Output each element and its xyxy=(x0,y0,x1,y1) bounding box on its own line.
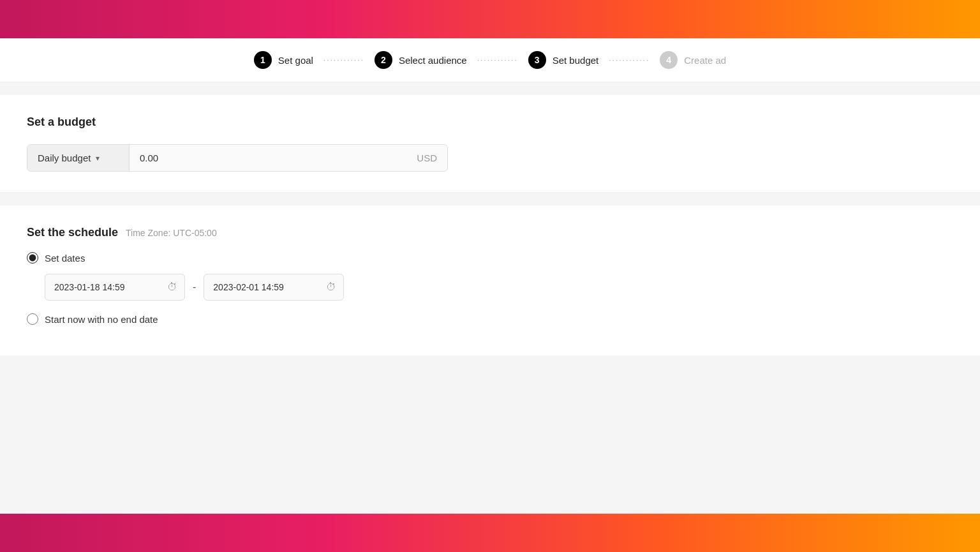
step-2[interactable]: 2 Select audience xyxy=(375,51,467,69)
set-dates-label: Set dates xyxy=(45,253,85,264)
set-dates-radio[interactable] xyxy=(27,252,38,264)
step-dots-3: ············ xyxy=(609,56,650,64)
budget-section: Set a budget Daily budget ▾ USD xyxy=(0,95,980,193)
step-2-circle: 2 xyxy=(375,51,392,69)
schedule-section-title: Set the schedule xyxy=(27,226,118,239)
step-3-label: Set budget xyxy=(553,55,599,66)
set-dates-option[interactable]: Set dates xyxy=(27,252,953,264)
chevron-down-icon: ▾ xyxy=(96,154,100,163)
step-4[interactable]: 4 Create ad xyxy=(660,51,726,69)
start-now-radio[interactable] xyxy=(27,313,38,325)
step-4-circle: 4 xyxy=(660,51,678,69)
budget-row: Daily budget ▾ USD xyxy=(27,144,448,172)
bottom-banner xyxy=(0,514,980,552)
step-1-circle: 1 xyxy=(254,51,272,69)
start-date-input[interactable] xyxy=(45,274,185,301)
start-now-label: Start now with no end date xyxy=(45,314,158,325)
budget-type-label: Daily budget xyxy=(38,153,91,163)
step-3-circle: 3 xyxy=(528,51,546,69)
start-date-wrapper: ⏱ xyxy=(45,274,185,301)
gap-2 xyxy=(0,193,980,205)
start-now-option[interactable]: Start now with no end date xyxy=(27,313,953,325)
stepper-bar: 1 Set goal ············ 2 Select audienc… xyxy=(0,38,980,82)
bottom-gap xyxy=(0,355,980,394)
step-dots-1: ············ xyxy=(323,56,364,64)
step-4-label: Create ad xyxy=(684,55,726,66)
step-dots-2: ············ xyxy=(477,56,518,64)
step-1[interactable]: 1 Set goal xyxy=(254,51,313,69)
step-3[interactable]: 3 Set budget xyxy=(528,51,599,69)
budget-type-selector[interactable]: Daily budget ▾ xyxy=(27,145,130,171)
step-1-label: Set goal xyxy=(278,55,313,66)
step-2-label: Select audience xyxy=(399,55,467,66)
gap-1 xyxy=(0,82,980,95)
date-separator: - xyxy=(193,281,196,293)
schedule-section: Set the schedule Time Zone: UTC-05:00 Se… xyxy=(0,205,980,355)
timezone-label: Time Zone: UTC-05:00 xyxy=(126,228,217,238)
budget-section-title: Set a budget xyxy=(27,116,953,129)
currency-label: USD xyxy=(406,145,447,171)
date-range-row: ⏱ - ⏱ xyxy=(45,274,953,301)
budget-amount-input[interactable] xyxy=(130,145,406,171)
end-date-input[interactable] xyxy=(204,274,344,301)
schedule-header: Set the schedule Time Zone: UTC-05:00 xyxy=(27,226,953,239)
top-banner xyxy=(0,0,980,38)
end-date-wrapper: ⏱ xyxy=(204,274,344,301)
